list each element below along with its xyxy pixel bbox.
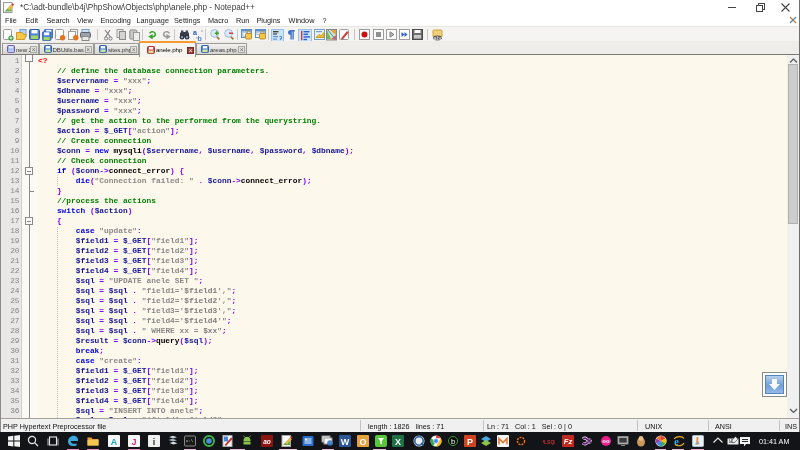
svg-text:i: i (153, 437, 156, 447)
svg-text:b: b (450, 437, 454, 446)
svg-text:P: P (466, 437, 472, 447)
svg-text:Fz: Fz (564, 437, 573, 446)
svg-text:A: A (111, 437, 118, 447)
svg-text:J: J (131, 437, 136, 447)
svg-text:O: O (359, 437, 366, 447)
svg-text:ao: ao (263, 438, 271, 445)
svg-text:PLSQL: PLSQL (543, 439, 555, 445)
svg-text:a: a (193, 29, 197, 36)
svg-text:X: X (395, 437, 401, 447)
svg-text:W: W (340, 437, 349, 447)
svg-text:oo: oo (602, 438, 610, 444)
svg-text:C:\: C:\ (186, 439, 194, 443)
